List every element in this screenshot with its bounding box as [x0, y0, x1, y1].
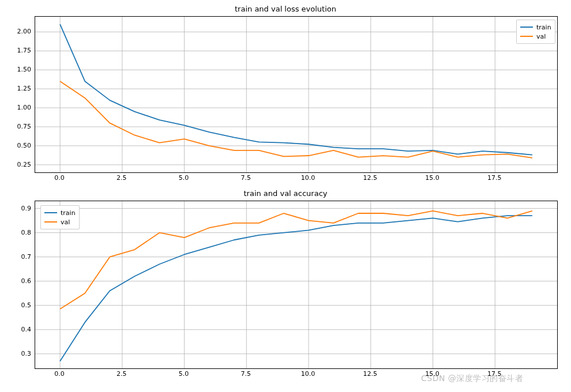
legend-swatch-val-2 [44, 221, 57, 223]
axes-loss [35, 16, 558, 173]
chart-title-loss: train and val loss evolution [0, 5, 571, 13]
legend-label-train: train [536, 24, 551, 31]
legend-swatch-train [520, 27, 533, 28]
series-train [60, 216, 532, 361]
xtick-label: 2.5 [110, 174, 133, 182]
xtick-label: 12.5 [359, 174, 382, 182]
series-val [60, 81, 532, 158]
xtick-label: 5.0 [172, 370, 196, 378]
xtick-label: 12.5 [359, 370, 382, 378]
ytick-label: 0.6 [8, 277, 31, 284]
legend-label-train-2: train [61, 209, 76, 217]
figure: train and val loss evolution train val t… [0, 0, 571, 392]
legend-item-val: val [520, 32, 551, 41]
ytick-label: 0.9 [8, 204, 31, 212]
ytick-label: 0.3 [8, 349, 31, 357]
legend-item-train: train [520, 22, 551, 32]
xtick-label: 5.0 [172, 174, 196, 182]
legend-item-train-2: train [44, 208, 76, 217]
legend-label-val: val [536, 33, 546, 40]
ytick-label: 0.4 [8, 325, 31, 333]
ytick-label: 0.7 [8, 252, 31, 260]
xtick-label: 0.0 [48, 370, 71, 378]
plot-loss [35, 17, 557, 172]
series-train [60, 24, 532, 155]
xtick-label: 10.0 [296, 174, 320, 182]
xtick-label: 10.0 [296, 370, 320, 378]
xtick-label: 0.0 [48, 174, 71, 182]
ytick-label: 0.8 [8, 228, 31, 236]
ytick-label: 0.5 [8, 301, 31, 308]
legend-loss: train val [516, 20, 555, 44]
legend-swatch-val [520, 36, 533, 37]
xtick-label: 7.5 [234, 174, 257, 182]
chart-title-accuracy: train and val accuracy [0, 189, 571, 198]
ytick-label: 1.75 [8, 47, 31, 54]
ytick-label: 1.00 [8, 104, 31, 111]
legend-item-val-2: val [44, 217, 76, 227]
legend-label-val-2: val [61, 218, 70, 226]
xtick-label: 17.5 [483, 174, 506, 182]
ytick-label: 1.50 [8, 66, 31, 73]
xtick-label: 15.0 [421, 174, 444, 182]
xtick-label: 2.5 [110, 370, 133, 378]
axes-accuracy [35, 201, 558, 369]
ytick-label: 0.75 [8, 122, 31, 130]
ytick-label: 0.25 [8, 160, 31, 168]
legend-swatch-train-2 [44, 212, 57, 213]
ytick-label: 0.50 [8, 141, 31, 149]
plot-accuracy [35, 201, 557, 368]
xtick-label: 17.5 [483, 370, 506, 378]
xtick-label: 15.0 [421, 370, 444, 378]
ytick-label: 2.00 [8, 28, 31, 35]
series-val [60, 211, 532, 309]
legend-accuracy: train val [40, 205, 80, 229]
ytick-label: 1.25 [8, 85, 31, 92]
xtick-label: 7.5 [234, 370, 257, 378]
